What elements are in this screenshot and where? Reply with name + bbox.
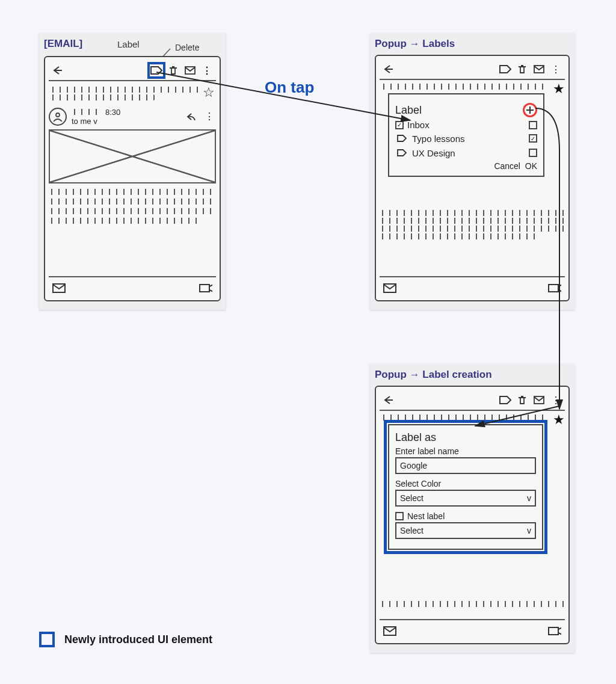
nest-select[interactable]: Select v [395, 522, 536, 539]
bg-line [380, 218, 565, 224]
label-option-typolessons[interactable]: Typo lessons ✓ [395, 132, 537, 144]
labels-popup: Label ✓ Inbox [388, 93, 544, 177]
star-icon[interactable]: ☆ [203, 85, 215, 102]
mail-icon[interactable] [532, 394, 546, 406]
compose-icon[interactable] [383, 282, 396, 294]
label-icon[interactable] [150, 64, 163, 76]
menu-icon[interactable]: ⋮ [549, 394, 562, 406]
labels-popup-sketch: Popup → Labels ⋮ ★ [370, 33, 574, 310]
ok-button[interactable]: OK [525, 161, 537, 171]
video-icon[interactable] [199, 282, 212, 294]
legend: Newly introduced UI element [39, 632, 212, 647]
image-placeholder [49, 129, 216, 183]
back-icon[interactable] [51, 64, 64, 76]
menu-icon[interactable]: ⋮ [200, 64, 214, 76]
cancel-button[interactable]: Cancel [494, 161, 520, 171]
phone-frame-1: ⋮ ☆ 8:30 to me v [44, 56, 221, 301]
svg-rect-3 [200, 285, 209, 292]
label-icon [395, 147, 408, 159]
add-label-icon[interactable] [523, 103, 537, 117]
popup-actions: Cancel OK [395, 161, 537, 171]
popup-title: Label as [395, 431, 536, 444]
bottom-bar-3 [380, 619, 565, 639]
sender-name [72, 109, 102, 115]
bg-line [381, 84, 544, 90]
svg-rect-6 [549, 285, 558, 292]
delete-icon[interactable] [516, 394, 529, 406]
mail-icon[interactable] [183, 64, 197, 76]
svg-rect-9 [549, 627, 558, 635]
label-icon[interactable] [499, 63, 512, 75]
phone-frame-2: ⋮ ★ Label ✓ Inbox [375, 55, 570, 301]
email-sketch: [EMAIL] Label Delete Menu ⋮ [39, 33, 226, 310]
label-callout: Label [117, 39, 140, 49]
menu-icon[interactable]: ⋮ [549, 63, 562, 75]
back-icon[interactable] [382, 63, 395, 75]
back-icon[interactable] [382, 394, 395, 406]
context-label-popup-labels: Popup → Labels [375, 38, 570, 50]
body-line [49, 189, 216, 195]
mail-icon[interactable] [532, 63, 546, 75]
context-label-popup-creation: Popup → Label creation [375, 369, 570, 381]
subject-line [50, 87, 199, 93]
toolbar-2: ⋮ [380, 60, 565, 80]
body-line [49, 208, 216, 214]
legend-text: Newly introduced UI element [64, 633, 212, 646]
star-icon[interactable]: ★ [553, 81, 565, 97]
legend-swatch [39, 632, 55, 647]
select-color-label: Select Color [395, 479, 536, 488]
bottom-bar-1 [49, 276, 216, 297]
chevron-down-icon: v [527, 526, 531, 535]
label-creation-popup: Label as Enter label name Google Select … [388, 424, 543, 550]
reply-icon[interactable] [185, 111, 198, 123]
chevron-down-icon: v [527, 493, 531, 503]
enter-label-name-label: Enter label name [395, 446, 536, 456]
label-creation-sketch: Popup → Label creation ⋮ ★ Lab [370, 364, 574, 653]
bg-line [380, 233, 537, 239]
phone-frame-3: ⋮ ★ Label as Enter label name Google Sel… [375, 386, 570, 644]
label-icon[interactable] [499, 394, 512, 406]
delete-icon[interactable] [167, 64, 180, 76]
compose-icon[interactable] [52, 282, 66, 294]
bg-line [380, 226, 565, 232]
body-line [49, 199, 216, 205]
star-icon[interactable]: ★ [553, 412, 565, 428]
color-select[interactable]: Select v [395, 490, 536, 507]
bg-line [381, 414, 544, 421]
nest-label-row[interactable]: Nest label [395, 511, 536, 521]
label-option-inbox[interactable]: ✓ Inbox [395, 120, 537, 130]
popup-title: Label [395, 104, 422, 117]
body-line [49, 218, 199, 224]
toolbar-1: ⋮ [49, 61, 216, 81]
bg-line [380, 210, 565, 216]
label-icon [395, 132, 408, 144]
nest-checkbox[interactable] [395, 512, 404, 520]
compose-icon[interactable] [383, 625, 396, 637]
recipient-line[interactable]: to me v [72, 117, 180, 126]
email-time: 8:30 [105, 108, 120, 117]
label-option-uxdesign[interactable]: UX Design [395, 147, 537, 159]
svg-point-1 [56, 113, 60, 117]
delete-icon[interactable] [516, 63, 529, 75]
avatar-icon[interactable] [49, 108, 67, 126]
label-name-input[interactable]: Google [395, 457, 536, 474]
delete-callout: Delete [175, 43, 199, 52]
bottom-bar-2 [380, 276, 565, 297]
subject-line [50, 94, 155, 100]
toolbar-3: ⋮ [380, 390, 565, 411]
more-icon[interactable]: ⋮ [203, 111, 216, 123]
bg-line [380, 601, 565, 607]
video-icon[interactable] [548, 625, 561, 637]
on-tap-annotation: On tap [265, 78, 314, 97]
video-icon[interactable] [548, 282, 561, 294]
